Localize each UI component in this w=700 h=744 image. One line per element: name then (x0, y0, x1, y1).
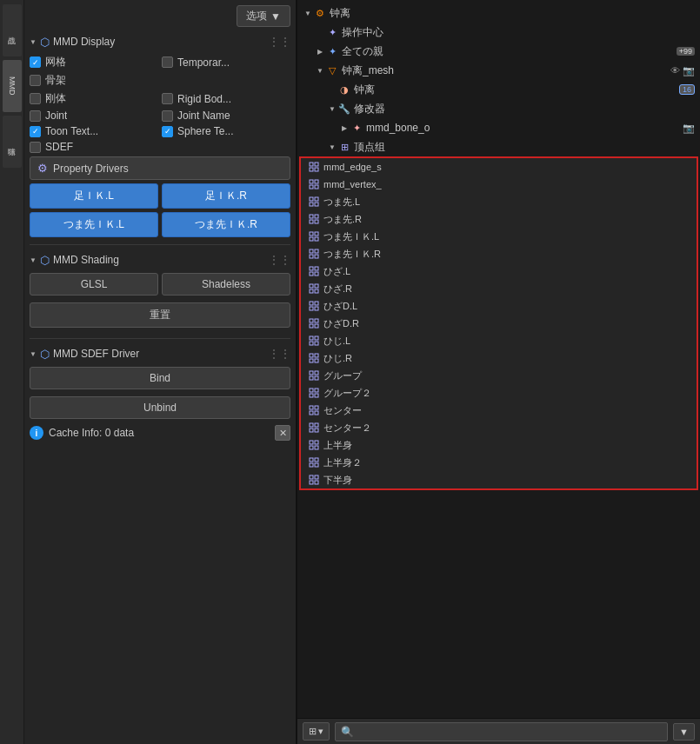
sidebar-tab-1[interactable]: 血战 (3, 4, 22, 56)
joint-name-checkbox-item: Joint Name (162, 110, 290, 122)
property-drivers-button[interactable]: ⚙ Property Drivers (30, 156, 290, 180)
expand-钟离[interactable] (303, 8, 313, 18)
vg-icon-11 (308, 352, 320, 364)
vg-item-6[interactable]: ひざ.L (301, 262, 697, 280)
vg-icon-15 (308, 422, 320, 434)
svg-rect-57 (315, 406, 318, 409)
action-btn-3[interactable]: つま先ＩＫ.R (162, 212, 290, 237)
skeleton-checkbox[interactable] (30, 75, 41, 86)
expand-顶点组[interactable] (327, 142, 337, 152)
temporary-checkbox[interactable] (162, 56, 173, 68)
mmd-display-icon: ⬡ (40, 36, 50, 49)
vg-item-9[interactable]: ひざD.R (301, 315, 697, 332)
sidebar-icons: 血战 MMD 猫咪 (0, 0, 24, 744)
expand-修改器[interactable] (327, 103, 337, 114)
tree-item-全ての親[interactable]: ✦ 全ての親 +99 (297, 42, 700, 61)
svg-rect-12 (310, 215, 313, 218)
sidebar-tab-2[interactable]: MMD (3, 60, 22, 112)
mmd-sdef-header[interactable]: ⬡ MMD SDEF Driver ⋮⋮ (30, 344, 290, 363)
glsl-button[interactable]: GLSL (30, 273, 158, 296)
svg-rect-29 (315, 284, 318, 288)
tree-item-钟离[interactable]: ⚙ 钟离 (297, 3, 700, 23)
eye-icon-钟离_mesh[interactable]: 👁 (670, 65, 680, 76)
joint-checkbox[interactable] (30, 110, 41, 122)
vg-icon-9 (308, 317, 320, 329)
sdef-checkbox[interactable] (30, 142, 41, 153)
mmd-shading-header[interactable]: ⬡ MMD Shading ⋮⋮ (30, 250, 290, 269)
search-input[interactable] (335, 722, 668, 741)
unbind-button[interactable]: Unbind (30, 396, 290, 419)
highlighted-list: mmd_edge_s mmd_vertex_ つま先.L つま先.R (299, 156, 698, 490)
vg-item-7[interactable]: ひざ.R (301, 280, 697, 297)
svg-rect-67 (315, 446, 318, 449)
tree-item-修改器[interactable]: 🔧 修改器 (297, 99, 700, 118)
filter-button[interactable]: ▼ (673, 723, 695, 741)
cache-close-button[interactable]: ✕ (275, 425, 290, 441)
sidebar-tab-3[interactable]: 猫咪 (3, 116, 22, 168)
tree-label-修改器: 修改器 (354, 102, 695, 116)
vg-item-18[interactable]: 下半身 (301, 471, 697, 488)
footer-view-button[interactable]: ⊞ ▾ (303, 722, 330, 741)
vg-item-3[interactable]: つま先.R (301, 210, 697, 228)
rigid-body-checkbox[interactable] (30, 93, 41, 104)
vg-item-5[interactable]: つま先ＩＫ.R (301, 245, 697, 262)
svg-rect-27 (315, 272, 318, 276)
svg-rect-56 (310, 406, 313, 409)
action-btn-1[interactable]: 足ＩＫ.R (162, 183, 290, 209)
mmd-sdef-section: ⬡ MMD SDEF Driver ⋮⋮ Bind Unbind i Cache… (30, 344, 290, 443)
toon-text-checkbox[interactable] (30, 126, 41, 137)
vg-item-13[interactable]: グループ２ (301, 384, 697, 402)
expand-操作中心 (315, 27, 325, 37)
options-button[interactable]: 选项 ▼ (237, 5, 290, 27)
cam-icon-mmd_bone_o[interactable]: 📷 (683, 123, 695, 134)
tree-item-钟离-mat[interactable]: ◑ 钟离 16 (297, 80, 700, 99)
vg-icon-16 (308, 439, 320, 451)
rigid-body-checkbox-item: 刚体 (30, 91, 158, 106)
vg-item-14[interactable]: センター (301, 402, 697, 419)
vg-item-4[interactable]: つま先ＩＫ.L (301, 228, 697, 245)
vg-item-17[interactable]: 上半身２ (301, 454, 697, 471)
tree-item-钟离_mesh[interactable]: ▽ 钟离_mesh 👁 📷 (297, 61, 700, 80)
tree-label-mmd_bone_o: mmd_bone_o (366, 122, 683, 134)
reset-button[interactable]: 重置 (30, 302, 290, 328)
bind-button[interactable]: Bind (30, 367, 290, 389)
tree-item-操作中心[interactable]: ✦ 操作中心 (297, 23, 700, 42)
vg-item-11[interactable]: ひじ.R (301, 349, 697, 367)
footer-view-arrow: ▾ (318, 726, 323, 737)
joint-name-checkbox[interactable] (162, 110, 173, 122)
vg-item-12[interactable]: グループ (301, 367, 697, 384)
divider-2 (30, 338, 290, 339)
mmd-sdef-dots: ⋮⋮ (268, 347, 290, 361)
expand-mmd_bone_o[interactable] (339, 123, 350, 133)
vg-item-1[interactable]: mmd_vertex_ (301, 176, 697, 193)
vg-item-16[interactable]: 上半身 (301, 436, 697, 454)
vg-item-2[interactable]: つま先.L (301, 193, 697, 210)
svg-rect-54 (310, 394, 313, 397)
skeleton-checkbox-item: 骨架 (30, 73, 158, 88)
outliner-content: ⚙ 钟离 ✦ 操作中心 ✦ 全ての親 +99 ▽ 钟离_mesh 👁 📷 (297, 0, 700, 718)
rigid-body-full-checkbox[interactable] (162, 93, 173, 104)
skeleton-label: 骨架 (45, 73, 66, 88)
vg-item-8[interactable]: ひざD.L (301, 297, 697, 315)
grid-label: 网格 (45, 55, 66, 70)
cam-icon-钟离_mesh[interactable]: 📷 (683, 65, 695, 76)
vg-item-10[interactable]: ひじ.L (301, 332, 697, 349)
shadeless-button[interactable]: Shadeless (162, 273, 290, 296)
expand-钟离_mesh[interactable] (315, 65, 325, 76)
grid-checkbox[interactable] (30, 56, 41, 68)
svg-rect-62 (310, 428, 313, 432)
action-btn-2[interactable]: つま先ＩＫ.L (30, 212, 158, 237)
vg-item-15[interactable]: センター２ (301, 419, 697, 436)
vgroup-header-icon: ⊞ (337, 140, 351, 154)
badge-全ての親: +99 (677, 47, 695, 56)
options-arrow-icon: ▼ (270, 10, 281, 23)
mmd-display-header[interactable]: ⬡ MMD Display ⋮⋮ (30, 32, 290, 51)
tree-item-顶点组[interactable]: ⊞ 顶点组 (297, 137, 700, 156)
sphere-te-checkbox[interactable] (162, 126, 173, 137)
tree-item-mmd_bone_o[interactable]: ✦ mmd_bone_o 📷 (297, 118, 700, 137)
action-btn-0[interactable]: 足ＩＫ.L (30, 183, 158, 209)
mmd-sdef-title: MMD SDEF Driver (53, 348, 139, 360)
vg-item-0[interactable]: mmd_edge_s (301, 158, 697, 176)
expand-全ての親[interactable] (315, 46, 325, 56)
svg-rect-63 (315, 428, 318, 432)
